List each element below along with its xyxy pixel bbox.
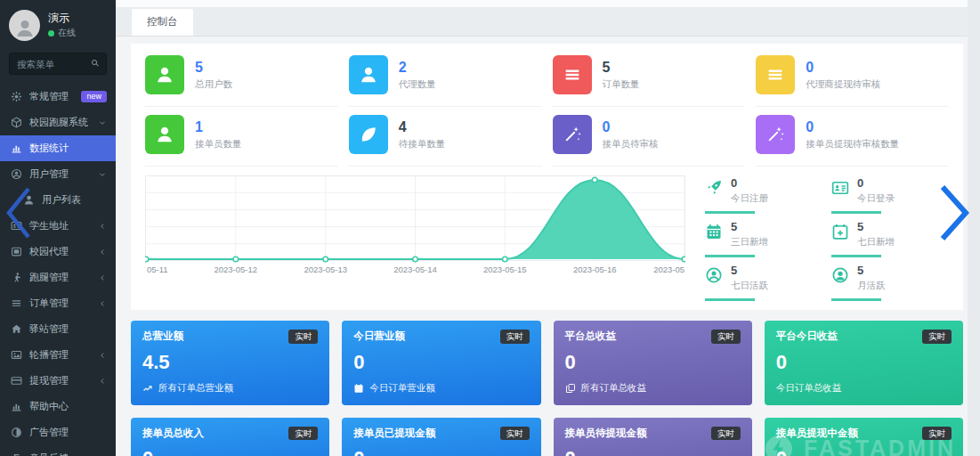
mini-stat-label: 月活跃 xyxy=(857,280,886,292)
adjust-icon xyxy=(11,427,22,438)
sidebar-item[interactable]: 用户管理 xyxy=(0,161,116,187)
sidebar-item-label: 用户列表 xyxy=(42,193,107,207)
summary-card-value: 0 xyxy=(776,448,952,456)
mini-stat-value: 0 xyxy=(731,177,768,190)
summary-card-footer-label: 所有订单总收益 xyxy=(581,382,647,395)
stat-value[interactable]: 0 xyxy=(806,119,899,135)
summary-card: 平台总收益 实时 0所有订单总收益 xyxy=(554,321,752,405)
search-icon xyxy=(90,58,101,69)
stat-icon-box xyxy=(349,115,388,154)
sidebar-item[interactable]: 驿站管理 xyxy=(0,316,116,342)
stat-icon-box xyxy=(349,55,388,94)
user-trend-chart[interactable]: 05-112023-05-122023-05-132023-05-142023-… xyxy=(145,175,685,277)
mini-stat-value: 0 xyxy=(857,177,895,190)
chevron-down-icon xyxy=(98,118,107,127)
chart-area[interactable]: 05-112023-05-122023-05-132023-05-142023-… xyxy=(145,175,685,301)
summary-card: 平台今日收益 实时 0今日订单总收益 xyxy=(765,321,963,405)
sidebar-item-label: 用户管理 xyxy=(29,167,91,181)
summary-card-title: 平台总收益 xyxy=(565,330,617,343)
realtime-badge: 实时 xyxy=(711,330,741,344)
stat-value[interactable]: 5 xyxy=(195,60,232,76)
user-badge-icon xyxy=(831,266,849,284)
sidebar-item[interactable]: 广告管理 xyxy=(0,419,116,445)
stat-label: 待接单数量 xyxy=(399,138,446,151)
stat-icon-box xyxy=(756,55,795,94)
tab-console[interactable]: 控制台 xyxy=(132,9,193,36)
chevron-left-icon xyxy=(98,377,107,386)
bar-chart-icon xyxy=(11,142,22,154)
user-profile[interactable]: 演示 在线 xyxy=(0,0,116,49)
new-badge: new xyxy=(81,91,107,102)
svg-text:2023-05-15: 2023-05-15 xyxy=(483,265,527,274)
summary-card-value: 0 xyxy=(353,352,529,373)
summary-card-title: 接单员待提现金额 xyxy=(565,427,647,440)
sidebar-item[interactable]: 订单管理 xyxy=(0,290,116,316)
stat-icon-box xyxy=(553,115,592,154)
stat-value: 4 xyxy=(399,119,446,135)
menu-search xyxy=(9,53,107,75)
stat-card: 0 代理商提现待审核 xyxy=(756,47,949,107)
stat-underline xyxy=(705,211,755,214)
sidebar-item[interactable]: 跑腿管理 xyxy=(0,265,116,290)
stat-label: 接单员数量 xyxy=(195,138,242,151)
calendar-plus-icon xyxy=(831,223,849,240)
mini-stat: 5 三日新增 xyxy=(705,219,822,257)
summary-card-title: 平台今日收益 xyxy=(776,330,838,343)
summary-card-footer: 今日订单营业额 xyxy=(353,382,529,395)
stat-card: 4 待接单数量 xyxy=(349,107,542,167)
stat-value[interactable]: 1 xyxy=(195,119,242,135)
middle-row: 05-112023-05-122023-05-132023-05-142023-… xyxy=(145,167,949,305)
rocket-icon xyxy=(705,179,723,197)
mini-stat: 5 七日新增 xyxy=(831,219,949,257)
summary-cards-grid: 总营业额 实时 4.5所有订单总营业额 今日营业额 实时 0今日订单营业额 平台… xyxy=(131,321,963,456)
stat-icon-box xyxy=(756,115,795,154)
mini-stat: 0 今日登录 xyxy=(831,175,949,214)
stat-cards-grid: 5 总用户数 2 代理数量 5 订单数量 0 代理商提现待审核 1 接单员数量 xyxy=(145,47,949,167)
sidebar-item-label: 广告管理 xyxy=(29,426,107,439)
summary-card-title: 接单员已提现金额 xyxy=(353,427,435,440)
sidebar-item-label: 驿站管理 xyxy=(29,322,107,336)
summary-card-title: 总营业额 xyxy=(142,330,183,343)
sidebar-item-label: 校园跑腿系统 xyxy=(29,116,91,129)
sidebar-item[interactable]: 常规管理new xyxy=(0,84,116,110)
chevron-left-icon xyxy=(98,248,107,256)
sidebar-item[interactable]: 数据统计 xyxy=(0,135,116,161)
stat-card: 1 接单员数量 xyxy=(145,107,338,167)
summary-card: 接单员提现中金额 实时 0FASTADMIN xyxy=(765,418,963,456)
sidebar-item[interactable]: 轮播管理 xyxy=(0,342,116,368)
sidebar-item[interactable]: 提现管理 xyxy=(0,368,116,394)
user-circle-icon xyxy=(705,266,723,284)
right-chevron-overlay-icon[interactable] xyxy=(937,183,971,242)
sidebar-item-label: 跑腿管理 xyxy=(29,271,91,284)
realtime-badge: 实时 xyxy=(922,330,952,344)
summary-card-title: 接单员提现中金额 xyxy=(776,427,858,440)
summary-card-title: 接单员总收入 xyxy=(142,427,204,440)
sidebar-item[interactable]: 校园代理 xyxy=(0,239,116,265)
stat-icon-box xyxy=(145,55,184,94)
mini-stats: 0 今日注册 0 今日登录 5 三日新增 5 七日新增 5 七日活跃 5 月活跃 xyxy=(685,175,949,301)
sidebar-item[interactable]: 帮助中心 xyxy=(0,394,116,419)
left-chevron-overlay-icon[interactable] xyxy=(2,185,34,240)
stat-card: 5 总用户数 xyxy=(145,47,338,107)
stat-underline xyxy=(831,255,881,257)
sidebar-item[interactable]: 校园跑腿系统 xyxy=(0,110,116,135)
mini-stat-value: 5 xyxy=(731,265,768,277)
id-card-icon xyxy=(831,179,849,197)
svg-text:2023-05-16: 2023-05-16 xyxy=(573,265,617,274)
frame-icon xyxy=(11,246,22,257)
stat-value[interactable]: 0 xyxy=(806,60,880,76)
stat-icon-box xyxy=(145,115,184,154)
mini-stat-label: 七日新增 xyxy=(857,236,895,248)
system-icon xyxy=(11,117,22,128)
stat-value[interactable]: 2 xyxy=(399,60,436,76)
menu-bars-icon xyxy=(765,65,785,85)
mini-stat-label: 三日新增 xyxy=(731,236,768,248)
online-dot-icon xyxy=(48,30,54,37)
summary-card-value: 0 xyxy=(565,352,741,373)
summary-card-value: 0 xyxy=(142,448,318,456)
stat-value[interactable]: 0 xyxy=(603,119,659,135)
sidebar-item[interactable]: 意见反馈 xyxy=(0,445,116,456)
chevron-left-icon xyxy=(98,351,107,360)
mini-stat: 5 月活跃 xyxy=(831,263,949,301)
stat-label: 代理数量 xyxy=(399,78,436,91)
